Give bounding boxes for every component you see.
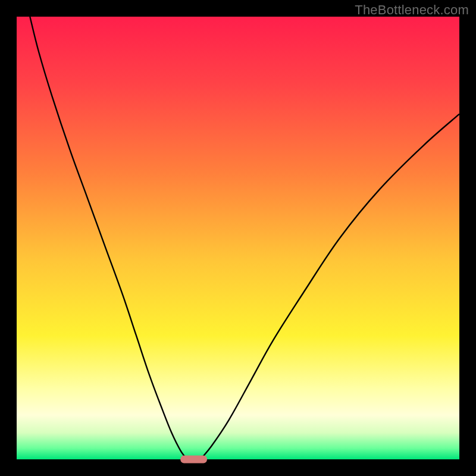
plot-background <box>17 17 459 459</box>
bottleneck-chart <box>0 0 476 476</box>
chart-container: TheBottleneck.com <box>0 0 476 476</box>
bottleneck-marker <box>180 456 207 464</box>
watermark-text: TheBottleneck.com <box>355 2 469 18</box>
